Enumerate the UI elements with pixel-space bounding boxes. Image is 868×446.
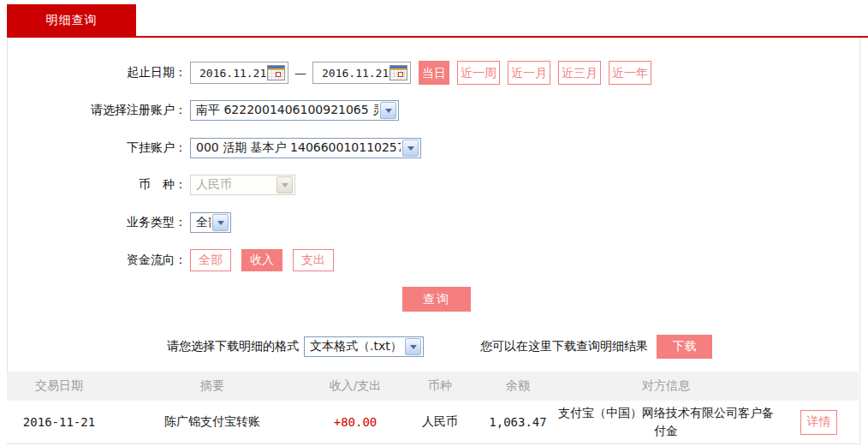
col-header-balance: 余额 — [483, 378, 553, 394]
download-format-select[interactable]: 文本格式（.txt） — [304, 336, 424, 357]
start-date-value: 2016.11.21 — [199, 67, 266, 80]
col-header-currency: 币种 — [397, 378, 483, 394]
chevron-down-icon — [212, 214, 229, 231]
register-account-row: 请选择注册账户： 南平 6222001406100921065 灵通卡 — [7, 98, 399, 122]
chevron-down-icon — [402, 140, 419, 157]
detail-button[interactable]: 详情 — [800, 410, 837, 435]
table-row: 2016-11-21 陈广锦支付宝转账 +80.00 人民币 1,063.47 … — [7, 401, 859, 444]
col-header-summary: 摘要 — [111, 378, 313, 394]
sub-account-row: 下挂账户： 000 活期 基本户 1406600101102571848 — [7, 136, 421, 160]
fund-flow-expense-button[interactable]: 支出 — [293, 249, 334, 271]
currency-value: 人民币 — [196, 177, 232, 193]
cell-balance: 1,063.47 — [483, 415, 553, 429]
download-hint-text: 您可以在这里下载查询明细结果 — [480, 339, 648, 354]
fund-flow-income-button[interactable]: 收入 — [241, 249, 282, 271]
end-date-value: 2016.11.21 — [322, 67, 389, 80]
quick-range-month-button[interactable]: 近一月 — [508, 61, 550, 85]
calendar-icon[interactable] — [267, 65, 285, 80]
sub-account-label: 下挂账户： — [7, 140, 187, 156]
download-row: 请您选择下载明细的格式 文本格式（.txt） 您可以在这里下载查询明细结果 下载 — [7, 335, 859, 359]
cell-counterparty: 支付宝（中国）网络技术有限公司客户备付金 — [553, 401, 779, 443]
date-range-row: 起止日期： 2016.11.21 — 2016.11.21 当日 近一周 近一月… — [7, 61, 651, 85]
fund-flow-all-button[interactable]: 全部 — [190, 249, 231, 271]
cell-summary: 陈广锦支付宝转账 — [111, 414, 313, 430]
sub-account-value: 000 活期 基本户 1406600101102571848 — [196, 140, 401, 156]
cell-date: 2016-11-21 — [7, 415, 111, 429]
chevron-down-icon — [380, 102, 396, 119]
quick-range-today-button[interactable]: 当日 — [419, 61, 449, 85]
cell-summary — [111, 444, 313, 445]
tab-detail-query[interactable]: 明细查询 — [7, 4, 136, 36]
col-header-counterparty: 对方信息 — [553, 378, 779, 394]
col-header-amount: 收入/支出 — [313, 378, 397, 394]
cell-amount — [313, 444, 397, 445]
quick-range-year-button[interactable]: 近一年 — [609, 61, 651, 85]
currency-select: 人民币 — [190, 175, 295, 195]
register-account-label: 请选择注册账户： — [7, 103, 187, 118]
cell-date — [7, 444, 111, 445]
sub-account-select[interactable]: 000 活期 基本户 1406600101102571848 — [190, 138, 421, 158]
start-date-input[interactable]: 2016.11.21 — [190, 62, 288, 84]
download-button[interactable]: 下载 — [657, 335, 712, 359]
calendar-icon[interactable] — [389, 65, 407, 80]
transaction-table: 交易日期 摘要 收入/支出 币种 余额 对方信息 2016-11-21 陈广锦支… — [7, 372, 859, 446]
tab-underline — [7, 36, 868, 38]
currency-row: 币 种： 人民币 — [7, 173, 295, 197]
fund-flow-label: 资金流向： — [7, 253, 187, 268]
cell-currency: 人民币 — [397, 414, 483, 430]
cell-amount: +80.00 — [313, 415, 397, 429]
business-type-label: 业务类型： — [7, 215, 187, 230]
table-header-row: 交易日期 摘要 收入/支出 币种 余额 对方信息 — [7, 372, 859, 401]
currency-label: 币 种： — [7, 177, 187, 193]
quick-range-3months-button[interactable]: 近三月 — [558, 61, 601, 85]
register-account-select[interactable]: 南平 6222001406100921065 灵通卡 — [190, 100, 399, 121]
business-type-select[interactable]: 全部 — [190, 212, 231, 233]
date-range-label: 起止日期： — [7, 65, 187, 80]
date-separator: — — [294, 66, 306, 80]
business-type-value: 全部 — [196, 215, 211, 230]
business-type-row: 业务类型： 全部 — [7, 211, 231, 235]
download-format-label: 请您选择下载明细的格式 — [167, 339, 299, 354]
bank-detail-query-screen: { "tab": { "label": "明细查询" }, "form": { … — [0, 0, 868, 446]
register-account-value: 南平 6222001406100921065 灵通卡 — [196, 103, 378, 118]
end-date-input[interactable]: 2016.11.21 — [312, 62, 411, 84]
cell-currency — [397, 444, 483, 445]
download-format-value: 文本格式（.txt） — [310, 339, 402, 354]
fund-flow-row: 资金流向： 全部 收入 支出 — [7, 248, 344, 272]
chevron-down-icon — [405, 338, 421, 355]
cell-balance — [483, 444, 553, 445]
query-button[interactable]: 查询 — [402, 287, 471, 312]
chevron-down-icon — [276, 176, 293, 193]
col-header-date: 交易日期 — [7, 378, 111, 394]
quick-range-week-button[interactable]: 近一周 — [457, 61, 500, 85]
